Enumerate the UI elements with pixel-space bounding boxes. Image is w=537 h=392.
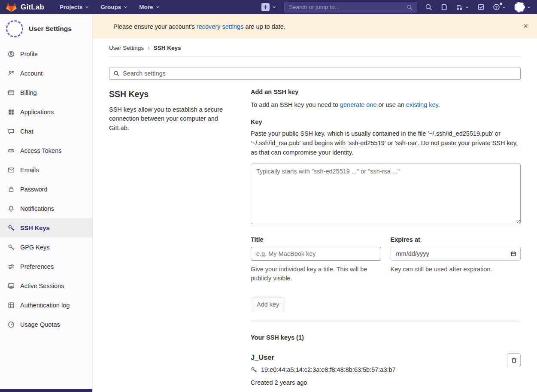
sidebar-nav: Profile Account Billing Applications Cha… — [0, 44, 92, 334]
chevron-down-icon — [465, 5, 469, 9]
sidebar-header: User Settings — [0, 14, 92, 42]
key-icon — [8, 225, 15, 231]
issues-button[interactable] — [440, 3, 448, 11]
top-navbar: GitLab Projects Groups More Search or ju… — [0, 0, 537, 14]
existing-key-link[interactable]: existing key — [406, 101, 438, 108]
content: User Settings SSH Keys Search settings S… — [93, 39, 537, 392]
merge-request-icon — [456, 3, 463, 11]
navbar-right: Search or jump to... — [261, 2, 531, 12]
page-title: SSH Keys — [109, 89, 238, 99]
recovery-settings-link[interactable]: recovery settings — [197, 23, 244, 30]
sidebar-item-chat[interactable]: Chat — [0, 122, 92, 141]
sidebar-item-usage-quotas[interactable]: Usage Quotas — [0, 315, 92, 334]
gauge-icon — [8, 321, 15, 328]
key-help-text: Paste your public SSH key, which is usua… — [251, 129, 521, 157]
sidebar-item-gpg-keys[interactable]: GPG Keys — [0, 237, 92, 257]
sidebar-item-notifications[interactable]: Notifications — [0, 199, 92, 218]
alert-close-button[interactable] — [521, 21, 530, 32]
profile-icon — [8, 51, 15, 58]
user-menu-button[interactable] — [514, 2, 531, 12]
user-avatar — [514, 2, 525, 12]
sidebar-item-billing[interactable]: Billing — [0, 83, 92, 102]
sidebar-item-ssh-keys[interactable]: SSH Keys — [0, 218, 92, 237]
search-button[interactable] — [425, 3, 432, 11]
menu-groups[interactable]: Groups — [96, 2, 132, 12]
new-menu-button[interactable] — [261, 3, 276, 11]
gitlab-logo[interactable]: GitLab — [6, 2, 44, 12]
alert-text: Please ensure your account's recovery se… — [113, 23, 285, 30]
settings-sidebar: User Settings Profile Account Billing Ap… — [0, 14, 93, 392]
title-help-text: Give your individual key a title. This w… — [251, 265, 381, 283]
help-icon — [493, 3, 500, 11]
sidebar-item-access-tokens[interactable]: Access Tokens — [0, 141, 92, 160]
add-ssh-key-intro: To add an SSH key you need to generate o… — [251, 101, 521, 108]
global-search-placeholder: Search or jump to... — [289, 4, 403, 10]
menu-more[interactable]: More — [135, 2, 164, 12]
add-key-button[interactable]: Add key — [251, 298, 285, 311]
breadcrumb: User Settings SSH Keys — [109, 39, 521, 57]
chevron-down-icon — [155, 5, 160, 9]
chevron-down-icon — [123, 5, 128, 9]
sidebar-item-preferences[interactable]: Preferences — [0, 257, 92, 276]
add-ssh-key-heading: Add an SSH key — [251, 88, 521, 95]
sidebar-item-authentication-log[interactable]: Authentication log — [0, 295, 92, 315]
plus-icon — [261, 3, 270, 11]
expires-label: Expires at — [391, 236, 521, 243]
main-menu: Projects Groups More — [55, 2, 164, 12]
your-ssh-keys-heading: Your SSH keys (1) — [251, 334, 521, 341]
sidebar-item-account[interactable]: Account — [0, 64, 92, 83]
sidebar-item-password[interactable]: Password — [0, 179, 92, 199]
bell-icon — [8, 205, 15, 212]
ssh-key-created: Created 2 years ago — [251, 379, 396, 386]
search-icon — [407, 4, 413, 10]
user-settings-avatar — [6, 20, 23, 37]
expires-date-input[interactable] — [391, 247, 521, 261]
credit-card-icon — [8, 89, 15, 96]
breadcrumb-separator-icon — [148, 44, 150, 51]
menu-projects[interactable]: Projects — [55, 2, 94, 12]
global-search-input[interactable]: Search or jump to... — [284, 2, 417, 12]
navbar-icon-group — [425, 2, 531, 12]
ssh-key-fingerprint-row: 19:e0:44:a5:14:c2:3a:e8:f8:48:8b:63:5b:5… — [251, 366, 396, 373]
page-description: SSH keys allow you to establish a secure… — [109, 105, 238, 133]
tanuki-icon — [6, 2, 17, 12]
breadcrumb-user-settings[interactable]: User Settings — [109, 45, 144, 51]
gitlab-logo-text: GitLab — [21, 3, 44, 12]
title-input[interactable] — [251, 247, 381, 261]
sliders-icon — [8, 263, 15, 270]
expires-field-group: Expires at Key can still be used after e… — [391, 236, 521, 283]
ssh-key-list-item: J_User 19:e0:44:a5:14:c2:3a:e8:f8:48:8b:… — [251, 353, 521, 392]
title-label: Title — [251, 236, 381, 243]
issues-icon — [440, 3, 448, 11]
todo-button[interactable] — [477, 3, 485, 11]
ssh-key-details: J_User 19:e0:44:a5:14:c2:3a:e8:f8:48:8b:… — [251, 353, 396, 392]
sidebar-item-profile[interactable]: Profile — [0, 44, 92, 64]
chevron-down-icon — [502, 5, 506, 9]
sidebar-collapse-bar[interactable] — [0, 389, 92, 392]
search-icon — [113, 70, 119, 76]
sidebar-title: User Settings — [29, 25, 72, 33]
ssh-key-name[interactable]: J_User — [251, 353, 396, 362]
recovery-settings-alert: Please ensure your account's recovery se… — [93, 14, 537, 39]
chat-bubble-icon — [8, 128, 15, 135]
sidebar-item-emails[interactable]: Emails — [0, 160, 92, 179]
envelope-icon — [8, 167, 15, 173]
sidebar-item-applications[interactable]: Applications — [0, 102, 92, 122]
settings-search-input[interactable]: Search settings — [109, 67, 521, 80]
key-icon — [8, 244, 15, 251]
merge-requests-button[interactable] — [456, 3, 469, 11]
key-label: Key — [251, 119, 521, 125]
delete-key-button[interactable] — [507, 353, 521, 367]
sidebar-item-active-sessions[interactable]: Active Sessions — [0, 276, 92, 295]
help-menu-button[interactable] — [493, 3, 506, 11]
close-icon — [523, 23, 528, 29]
chevron-down-icon — [85, 5, 89, 9]
section-overview: SSH Keys SSH keys allow you to establish… — [109, 88, 251, 392]
ssh-key-textarea[interactable] — [251, 164, 521, 224]
notification-dot — [500, 3, 502, 5]
ssh-key-fingerprint: 19:e0:44:a5:14:c2:3a:e8:f8:48:8b:63:5b:5… — [261, 366, 396, 373]
generate-one-link[interactable]: generate one — [340, 101, 376, 108]
expires-help-text: Key can still be used after expiration. — [391, 265, 521, 274]
log-table-icon — [8, 302, 15, 309]
title-field-group: Title Give your individual key a title. … — [251, 236, 381, 283]
